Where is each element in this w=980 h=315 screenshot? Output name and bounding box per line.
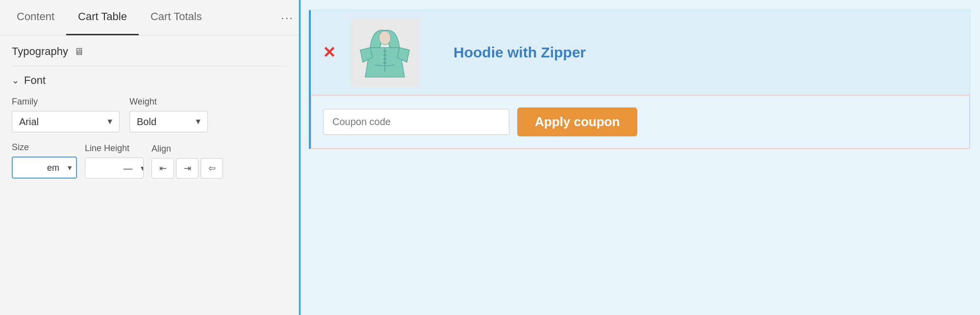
align-right-button[interactable]: ⇦ [201,158,223,179]
tab-content[interactable]: Content [5,0,66,35]
weight-select[interactable]: Bold Normal Light 100 200 300 400 500 60… [129,111,208,132]
svg-rect-4 [383,58,386,60]
cart-item-row: ✕ [311,10,970,95]
panel-content: Typography 🖥 ⌄ Font Family Arial Helveti… [0,35,299,315]
size-input-wrapper: em px rem % vw ▼ [12,157,77,179]
line-height-label: Line Height [85,143,144,154]
family-label: Family [12,97,120,107]
svg-rect-3 [383,54,386,56]
svg-point-0 [379,31,391,45]
cart-area: ✕ [309,10,970,149]
weight-select-wrapper: Bold Normal Light 100 200 300 400 500 60… [129,111,208,132]
typography-row: Typography 🖥 [12,45,287,66]
align-label: Align [151,144,223,154]
right-panel: ✕ [299,0,980,315]
weight-label: Weight [129,97,208,107]
hoodie-icon [355,23,414,82]
line-height-group: Line Height — px em % ▼ [85,143,144,179]
size-label: Size [12,142,77,153]
unit-select-wrapper: em px rem % vw ▼ [42,158,76,178]
panel-divider [299,0,301,315]
size-input[interactable] [13,158,42,178]
monitor-icon: 🖥 [74,46,84,57]
font-controls: Family Arial Helvetica Times New Roman G… [12,97,287,179]
product-image [351,18,419,87]
line-height-input[interactable] [85,158,120,178]
family-group: Family Arial Helvetica Times New Roman G… [12,97,120,132]
family-select-wrapper: Arial Helvetica Times New Roman Georgia … [12,111,120,132]
align-left-button[interactable]: ⇤ [151,158,174,179]
size-group: Size em px rem % vw [12,142,77,179]
lh-unit-select-wrapper: — px em % ▼ [120,158,144,178]
weight-group: Weight Bold Normal Light 100 200 300 400… [129,97,208,132]
product-name: Hoodie with Zipper [453,44,586,61]
family-weight-row: Family Arial Helvetica Times New Roman G… [12,97,287,132]
more-tabs-button[interactable]: ··· [281,11,294,25]
font-header: ⌄ Font [12,74,287,87]
font-section: ⌄ Font Family Arial Helvetica Times New … [12,74,287,179]
size-lineheight-align-row: Size em px rem % vw [12,142,287,179]
coupon-code-input[interactable] [323,109,509,135]
family-select[interactable]: Arial Helvetica Times New Roman Georgia [12,111,120,132]
apply-coupon-button[interactable]: Apply coupon [517,107,637,136]
tabs-bar: Content Cart Table Cart Totals ··· [0,0,299,35]
typography-label: Typography [12,45,68,58]
align-center-button[interactable]: ⇥ [176,158,199,179]
svg-rect-5 [383,62,386,64]
left-panel: Content Cart Table Cart Totals ··· Typog… [0,0,299,315]
chevron-down-icon[interactable]: ⌄ [12,75,19,86]
font-section-label: Font [24,74,46,87]
tab-cart-table[interactable]: Cart Table [66,0,139,35]
coupon-row: Apply coupon [311,95,970,149]
svg-rect-2 [383,50,386,52]
size-unit-select[interactable]: em px rem % vw [42,158,76,178]
line-height-unit-select[interactable]: — px em % [120,158,144,178]
align-group: Align ⇤ ⇥ ⇦ [151,144,223,179]
tab-cart-totals[interactable]: Cart Totals [139,0,214,35]
line-height-input-wrapper: — px em % ▼ [85,158,144,179]
align-buttons: ⇤ ⇥ ⇦ [151,158,223,179]
remove-item-button[interactable]: ✕ [323,45,336,60]
